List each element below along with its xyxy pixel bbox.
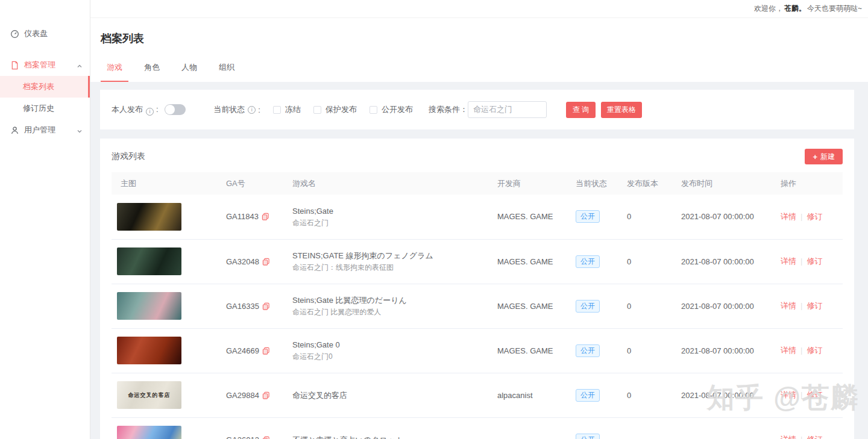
game-name: 不運と幸運と恋占いのタロット — [292, 435, 488, 439]
detail-link[interactable]: 详情 — [781, 346, 796, 355]
checkbox-icon — [273, 106, 281, 114]
publish-time: 2021-08-07 00:00:00 — [672, 195, 772, 239]
self-publish-toggle[interactable] — [165, 104, 186, 115]
developer: alpacanist — [488, 373, 567, 417]
publish-time: 2021-08-07 00:00:00 — [672, 373, 772, 417]
detail-link[interactable]: 详情 — [781, 435, 796, 439]
filter-bar: 本人发布i: 当前状态i: 冻结 保护发布 公开发布 搜索条件： 查 询 重置表… — [100, 90, 854, 129]
game-table-body: GA11843Steins;Gate命运石之门MAGES. GAME公开0202… — [112, 195, 843, 439]
sidebar-item-archive-management[interactable]: 档案管理 — [0, 54, 90, 76]
game-thumbnail — [117, 337, 181, 364]
game-subtitle: 命运石之门 比翼恋理的爱人 — [292, 307, 488, 317]
copy-icon[interactable] — [262, 302, 270, 310]
tab-organizations[interactable]: 组织 — [213, 62, 241, 82]
checkbox-icon — [313, 106, 321, 114]
user-icon — [10, 126, 19, 135]
sidebar-item-archive-list[interactable]: 档案列表 — [0, 76, 90, 98]
col-header-version: 发布版本 — [618, 172, 672, 195]
publish-version: 0 — [618, 284, 672, 328]
status-badge: 公开 — [576, 255, 600, 268]
publish-version: 0 — [618, 195, 672, 239]
chevron-up-icon — [77, 62, 83, 68]
detail-link[interactable]: 详情 — [781, 257, 796, 266]
col-header-ga-number: GA号 — [217, 172, 283, 195]
developer — [488, 417, 567, 439]
tab-roles[interactable]: 角色 — [138, 62, 166, 82]
col-header-actions: 操作 — [772, 172, 843, 195]
ga-number: GA29884 — [226, 391, 259, 400]
new-button-label: 新建 — [820, 152, 835, 162]
col-header-developer: 开发商 — [488, 172, 567, 195]
sidebar-item-revision-history[interactable]: 修订历史 — [0, 98, 90, 119]
new-button[interactable]: +新建 — [805, 149, 843, 164]
detail-link[interactable]: 详情 — [781, 390, 796, 399]
checkbox-protected-publish[interactable]: 保护发布 — [313, 104, 357, 115]
table-row: GA24669Steins;Gate 0命运石之门0MAGES. GAME公开0… — [112, 328, 843, 373]
table-row: GA16335Steins;Gate 比翼恋理のだーりん命运石之门 比翼恋理的爱… — [112, 284, 843, 328]
checkbox-label: 保护发布 — [326, 104, 357, 115]
developer: MAGES. GAME — [488, 284, 567, 328]
thumbnail-text: 命运交叉的客店 — [128, 391, 171, 399]
game-thumbnail — [117, 248, 181, 275]
status-label: 当前状态 — [213, 104, 245, 115]
status-badge: 公开 — [576, 210, 600, 223]
revise-link[interactable]: 修订 — [807, 301, 822, 310]
page-header: 档案列表 游戏 角色 人物 组织 — [90, 18, 868, 82]
query-button[interactable]: 查 询 — [566, 102, 596, 118]
ga-number: GA11843 — [226, 212, 259, 221]
publish-version — [618, 417, 672, 439]
tab-games[interactable]: 游戏 — [101, 62, 128, 82]
sidebar: 仪表盘 档案管理 档案列表 修订历史 用户管理 — [0, 0, 90, 439]
copy-icon[interactable] — [262, 258, 270, 266]
detail-link[interactable]: 详情 — [781, 212, 796, 221]
tab-people[interactable]: 人物 — [175, 62, 203, 82]
developer: MAGES. GAME — [488, 328, 567, 373]
game-list-card: 游戏列表 +新建 主图 GA号 游戏名 开发商 当前状态 发布版本 发布时间 操… — [100, 139, 854, 439]
game-thumbnail — [117, 426, 181, 439]
search-label: 搜索条件： — [429, 104, 468, 115]
revise-link[interactable]: 修订 — [807, 257, 822, 266]
action-divider: | — [800, 390, 802, 399]
sidebar-item-label: 仪表盘 — [24, 28, 83, 39]
action-divider: | — [800, 435, 802, 439]
copy-icon[interactable] — [262, 391, 270, 399]
search-input[interactable] — [468, 101, 547, 118]
ga-number: GA16335 — [226, 302, 259, 311]
action-divider: | — [800, 346, 802, 355]
copy-icon[interactable] — [262, 213, 269, 220]
revise-link[interactable]: 修订 — [807, 346, 822, 355]
publish-version: 0 — [618, 328, 672, 373]
username: 苍麟。 — [784, 4, 806, 14]
action-divider: | — [800, 301, 802, 310]
table-row: 命运交叉的客店GA29884命运交叉的客店alpacanist公开02021-0… — [112, 373, 843, 417]
ga-number: GA24669 — [226, 346, 259, 355]
info-icon[interactable]: i — [248, 106, 256, 114]
welcome-prefix: 欢迎你， — [754, 4, 783, 14]
info-icon[interactable]: i — [146, 108, 154, 116]
publish-time: 2021-08-07 00:00:00 — [672, 284, 772, 328]
table-row: GA26013不運と幸運と恋占いのタロット公开详情|修订 — [112, 417, 843, 439]
revise-link[interactable]: 修订 — [807, 435, 822, 439]
search-group: 搜索条件： — [429, 101, 547, 118]
sidebar-item-dashboard[interactable]: 仪表盘 — [0, 23, 90, 45]
checkbox-frozen[interactable]: 冻结 — [273, 104, 301, 115]
welcome-suffix: 今天也要萌萌哒~ — [807, 4, 862, 14]
game-table: 主图 GA号 游戏名 开发商 当前状态 发布版本 发布时间 操作 GA11843… — [112, 172, 843, 439]
game-name: Steins;Gate 比翼恋理のだーりん — [292, 295, 488, 305]
game-thumbnail — [117, 292, 181, 320]
detail-link[interactable]: 详情 — [781, 301, 796, 310]
revise-link[interactable]: 修订 — [807, 212, 822, 221]
revise-link[interactable]: 修订 — [807, 390, 822, 399]
section-title: 游戏列表 — [112, 151, 145, 162]
sidebar-item-user-management[interactable]: 用户管理 — [0, 119, 90, 141]
document-icon — [10, 61, 19, 70]
game-thumbnail — [117, 203, 181, 231]
reset-table-button[interactable]: 重置表格 — [601, 102, 642, 118]
dashboard-icon — [10, 30, 19, 39]
chevron-down-icon — [77, 127, 83, 133]
copy-icon[interactable] — [262, 347, 270, 355]
copy-icon[interactable] — [262, 436, 270, 439]
game-name: 命运交叉的客店 — [292, 390, 488, 400]
checkbox-public-publish[interactable]: 公开发布 — [370, 104, 413, 115]
page-title: 档案列表 — [101, 31, 858, 46]
